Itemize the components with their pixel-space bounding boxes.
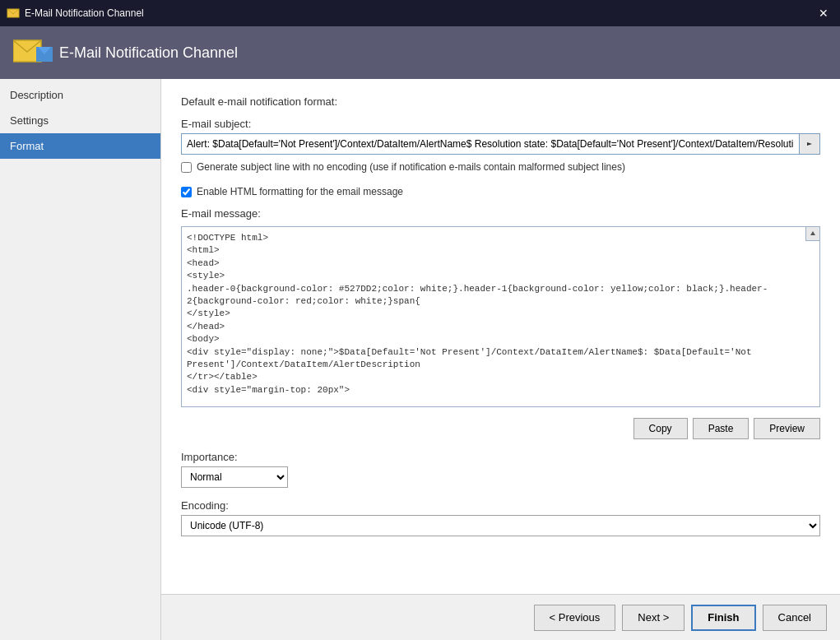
no-encoding-checkbox[interactable] — [181, 162, 192, 173]
preview-button[interactable]: Preview — [754, 418, 820, 439]
copy-button[interactable]: Copy — [633, 418, 688, 439]
previous-button[interactable]: < Previous — [534, 605, 616, 631]
subject-input[interactable] — [181, 133, 799, 155]
scroll-up-icon — [810, 230, 816, 237]
message-scroll-top-button[interactable] — [805, 226, 820, 241]
bottom-bar: < Previous Next > Finish Cancel — [161, 594, 840, 640]
header-title: E-Mail Notification Channel — [59, 44, 238, 62]
sidebar: Description Settings Format — [0, 79, 161, 640]
sidebar-item-format[interactable]: Format — [0, 133, 160, 159]
dialog-header: E-Mail Notification Channel — [0, 26, 840, 79]
html-format-row: Enable HTML formatting for the email mes… — [181, 186, 820, 197]
next-button[interactable]: Next > — [622, 605, 685, 631]
importance-section: Importance: Normal Low High — [181, 451, 820, 488]
window-title: E-Mail Notification Channel — [25, 7, 144, 19]
app-icon — [7, 7, 20, 20]
no-encoding-label: Generate subject line with no encoding (… — [197, 161, 625, 173]
close-button[interactable]: ✕ — [814, 3, 833, 23]
message-textarea[interactable] — [181, 226, 820, 407]
html-format-checkbox[interactable] — [181, 187, 192, 197]
html-format-label: Enable HTML formatting for the email mes… — [197, 186, 403, 197]
svg-marker-4 — [807, 142, 812, 146]
encoding-section: Encoding: Unicode (UTF-8) ASCII UTF-16 — [181, 499, 820, 536]
sidebar-item-settings[interactable]: Settings — [0, 108, 160, 133]
paste-button[interactable]: Paste — [693, 418, 750, 439]
cancel-button[interactable]: Cancel — [763, 605, 827, 631]
encoding-select[interactable]: Unicode (UTF-8) ASCII UTF-16 — [181, 515, 820, 536]
encoding-label: Encoding: — [181, 499, 820, 512]
subject-row — [181, 133, 820, 155]
no-encoding-row: Generate subject line with no encoding (… — [181, 161, 820, 173]
message-label: E-mail message: — [181, 207, 820, 220]
message-button-row: Copy Paste Preview — [181, 418, 820, 439]
importance-select[interactable]: Normal Low High — [181, 466, 288, 488]
sidebar-item-description[interactable]: Description — [0, 82, 160, 108]
expand-icon — [805, 140, 814, 148]
message-area-container — [181, 226, 820, 410]
header-icon — [13, 37, 48, 68]
subject-label: E-mail subject: — [181, 118, 820, 130]
title-bar: E-Mail Notification Channel ✕ — [0, 0, 840, 26]
section-title: Default e-mail notification format: — [181, 95, 820, 108]
main-content: Description Settings Format Default e-ma… — [0, 79, 840, 640]
content-area: Default e-mail notification format: E-ma… — [161, 79, 840, 640]
svg-marker-5 — [810, 231, 815, 235]
finish-button[interactable]: Finish — [691, 605, 755, 631]
subject-expand-button[interactable] — [799, 133, 820, 155]
importance-label: Importance: — [181, 451, 820, 463]
